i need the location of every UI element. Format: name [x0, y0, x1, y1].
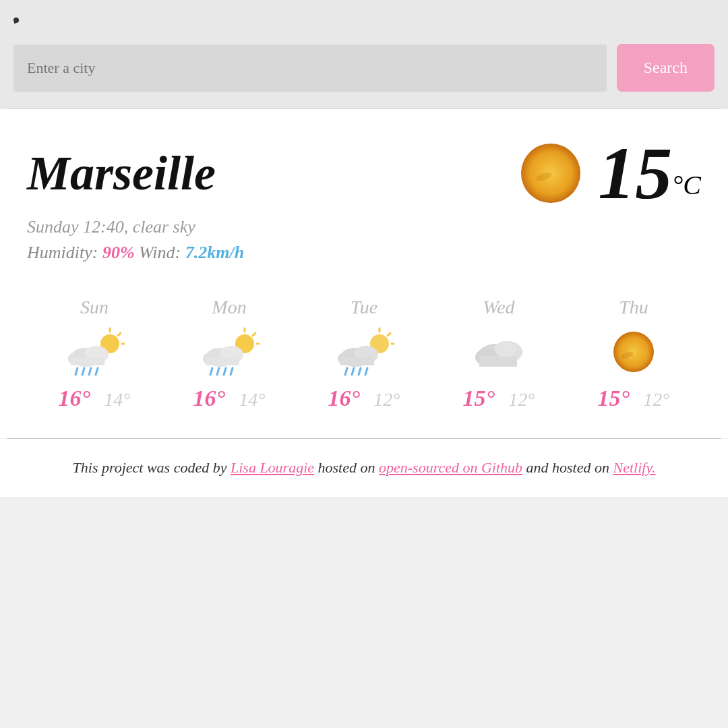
city-name-container: Marseille [27, 146, 216, 202]
sun-icon [517, 140, 584, 207]
search-button[interactable]: Search [617, 44, 715, 92]
forecast-low-3: 12° [508, 389, 535, 411]
forecast-high-1: 16° [193, 386, 226, 411]
svg-rect-41 [479, 356, 517, 367]
footer: This project was coded by Lisa Louragie … [0, 439, 728, 497]
forecast-icon-3 [468, 325, 529, 379]
svg-line-24 [224, 368, 226, 375]
svg-line-28 [388, 333, 390, 336]
forecast-high-3: 15° [463, 386, 495, 411]
search-input[interactable] [13, 44, 607, 92]
footer-netlify-link[interactable]: Netlify. [613, 459, 656, 476]
footer-author-link[interactable]: Lisa Louragie [231, 459, 314, 476]
forecast-low-2: 12° [373, 389, 400, 411]
forecast-temps-1: 16° 14° [193, 386, 266, 411]
forecast-low-1: 14° [239, 389, 265, 411]
forecast-high-4: 15° [598, 386, 630, 411]
forecast-low-0: 14° [104, 389, 130, 411]
svg-line-35 [352, 368, 354, 375]
svg-line-36 [359, 368, 361, 375]
footer-text: This project was coded by Lisa Louragie … [73, 459, 656, 477]
forecast-temps-2: 16° 12° [328, 386, 400, 411]
forecast-high-2: 16° [328, 386, 361, 411]
forecast-day-0: Sun 16° 14° [27, 297, 162, 411]
svg-line-11 [82, 368, 84, 375]
footer-github-link[interactable]: open-sourced on Github [379, 459, 522, 476]
footer-text-middle: hosted on [314, 459, 379, 476]
temperature-section: 15°C [517, 136, 701, 210]
svg-line-12 [89, 368, 91, 375]
forecast-day-label-0: Sun [80, 297, 109, 318]
humidity-label: Humidity: [27, 243, 98, 262]
svg-line-22 [210, 368, 212, 375]
forecast-day-4: Thu 15° 12° [566, 297, 701, 411]
footer-text-after: and hosted on [522, 459, 613, 476]
city-name: Marseille [27, 146, 216, 202]
svg-point-43 [613, 332, 654, 372]
forecast-temps-0: 16° 14° [59, 386, 131, 411]
weather-main: Marseille 15°C Sunday 12: [0, 109, 728, 283]
svg-rect-9 [71, 357, 104, 365]
forecast-icon-2 [334, 325, 394, 379]
svg-line-37 [365, 368, 367, 375]
footer-text-before: This project was coded by [73, 459, 231, 476]
search-section: Search [0, 34, 728, 109]
weather-header: Marseille 15°C [27, 136, 701, 210]
forecast-grid: Sun 16° 14° [27, 297, 701, 411]
svg-line-10 [75, 368, 78, 375]
humidity-value: 90% [102, 243, 135, 262]
humidity-wind-info: Humidity: 90% Wind: 7.2km/h [27, 243, 701, 263]
svg-line-13 [96, 368, 98, 375]
forecast-temps-4: 15° 12° [598, 386, 670, 411]
temp-unit: °C [672, 170, 701, 200]
forecast-icon-4 [603, 325, 664, 379]
svg-rect-33 [340, 357, 374, 365]
svg-line-23 [217, 368, 219, 375]
forecast-icon-0 [64, 325, 125, 379]
forecast-day-label-4: Thu [619, 297, 648, 318]
forecast-day-1: Mon 16° 14° [162, 297, 297, 411]
svg-point-42 [495, 341, 516, 357]
dot-indicator: · [13, 18, 19, 23]
top-bar: · [0, 0, 728, 34]
wind-label: Wind: [139, 243, 181, 262]
wind-value: 7.2km/h [185, 243, 244, 262]
forecast-icon-1 [199, 325, 260, 379]
forecast-day-2: Tue 16° 12° [297, 297, 431, 411]
forecast-temps-3: 15° 12° [463, 386, 535, 411]
forecast-high-0: 16° [59, 386, 91, 411]
forecast-low-4: 12° [643, 389, 669, 411]
svg-line-25 [231, 368, 233, 375]
weather-details: Sunday 12:40, clear sky Humidity: 90% Wi… [27, 217, 701, 263]
svg-line-4 [118, 333, 121, 336]
forecast-day-label-1: Mon [212, 297, 246, 318]
temp-display: 15°C [598, 136, 701, 210]
svg-rect-21 [206, 357, 239, 365]
svg-line-34 [345, 368, 347, 375]
forecast-day-3: Wed 15° 12° [431, 297, 566, 411]
forecast-section: Sun 16° 14° [0, 283, 728, 438]
forecast-day-label-2: Tue [351, 297, 377, 318]
temperature-value: 15 [598, 132, 672, 214]
date-description: Sunday 12:40, clear sky [27, 217, 701, 237]
svg-line-16 [253, 333, 255, 336]
forecast-day-label-3: Wed [483, 297, 514, 318]
